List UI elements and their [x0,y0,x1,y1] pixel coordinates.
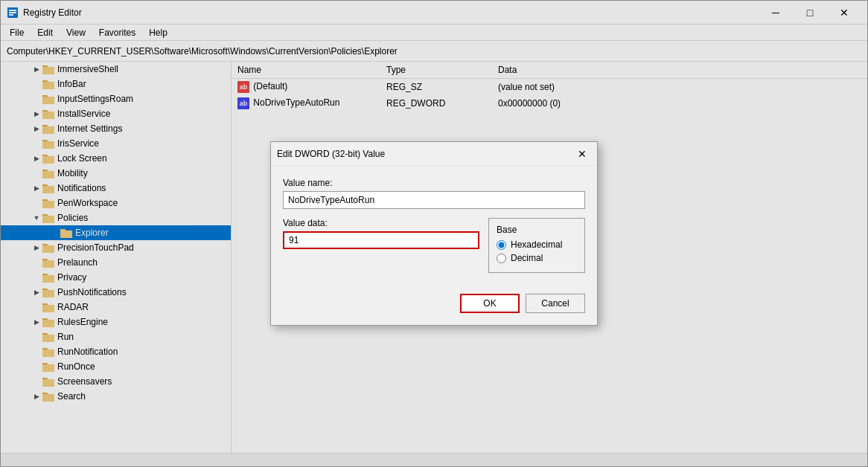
dialog-buttons: OK Cancel [271,285,597,325]
dialog-body: Value name: Value data: Base Hexadecimal [271,166,597,285]
radio-dec-label: Decimal [511,253,543,263]
edit-dword-dialog: Edit DWORD (32-bit) Value ✕ Value name: … [270,141,598,326]
dialog-close-button[interactable]: ✕ [573,145,591,163]
dialog-title-bar: Edit DWORD (32-bit) Value ✕ [271,142,597,166]
base-group: Base Hexadecimal Decimal [488,218,585,273]
value-data-input[interactable] [283,231,479,249]
radio-hex[interactable]: Hexadecimal [497,239,577,250]
dialog-title: Edit DWORD (32-bit) Value [277,149,385,159]
window: Registry Editor ─ □ ✕ File Edit View Fav… [0,0,868,467]
value-data-section: Value data: [283,218,479,249]
base-section: Base Hexadecimal Decimal [488,218,585,273]
dialog-row: Value data: Base Hexadecimal [283,218,585,273]
value-name-input[interactable] [283,191,585,209]
ok-button[interactable]: OK [460,294,520,313]
dialog-overlay: Edit DWORD (32-bit) Value ✕ Value name: … [0,0,868,467]
value-name-label: Value name: [283,178,585,188]
value-data-label: Value data: [283,218,479,228]
radio-dec[interactable]: Decimal [497,253,577,263]
base-label: Base [497,225,577,235]
radio-hex-label: Hexadecimal [511,239,562,250]
cancel-button[interactable]: Cancel [526,294,585,313]
radio-hex-input[interactable] [497,240,506,250]
radio-dec-input[interactable] [497,254,506,263]
